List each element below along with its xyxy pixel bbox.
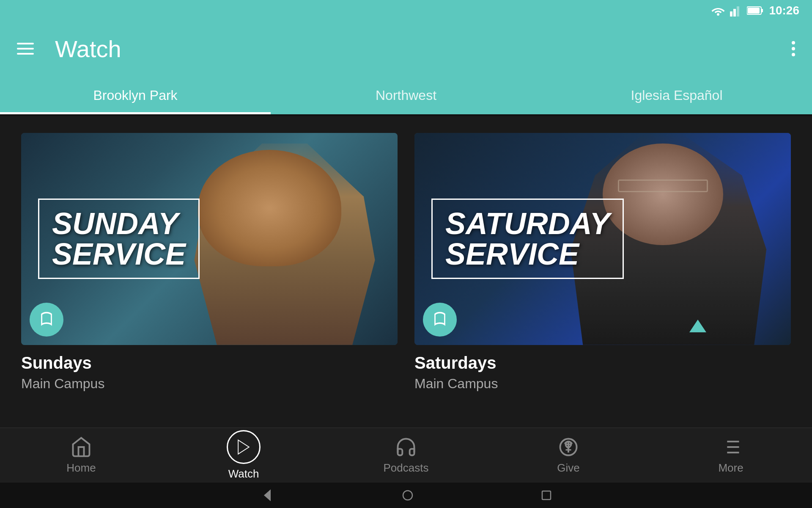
status-time: 10:26 bbox=[769, 4, 799, 17]
nav-item-more[interactable]: More bbox=[650, 428, 812, 483]
list-icon bbox=[720, 436, 742, 458]
nav-item-home[interactable]: Home bbox=[0, 428, 162, 483]
toolbar: Watch bbox=[0, 21, 812, 76]
sunday-card-info: Sundays Main Campus bbox=[21, 345, 398, 392]
nav-label-give: Give bbox=[557, 461, 579, 475]
saturday-service-card[interactable]: SATURDAYSERVICE Saturdays Main Campus bbox=[414, 133, 791, 428]
nav-item-give[interactable]: Give bbox=[487, 428, 650, 483]
sunday-card-title: Sundays bbox=[21, 353, 398, 373]
saturday-service-label: SATURDAYSERVICE bbox=[431, 199, 624, 279]
book-icon-badge-saturday bbox=[423, 303, 457, 337]
system-nav-bar bbox=[0, 483, 812, 508]
overflow-menu-button[interactable] bbox=[792, 41, 795, 56]
svg-rect-5 bbox=[761, 9, 763, 12]
play-icon-inner bbox=[234, 438, 253, 456]
glasses-saturday bbox=[618, 179, 708, 192]
svg-rect-2 bbox=[733, 9, 736, 17]
play-icon bbox=[227, 430, 261, 464]
sunday-service-card[interactable]: SUNDAYSERVICE Sundays Main Campus bbox=[21, 133, 398, 428]
status-icons: 10:26 bbox=[711, 4, 799, 17]
main-content: SUNDAYSERVICE Sundays Main Campus bbox=[0, 116, 812, 444]
nav-label-home: Home bbox=[66, 461, 96, 475]
tab-brooklyn-park[interactable]: Brooklyn Park bbox=[0, 76, 271, 114]
progress-indicator-saturday bbox=[689, 320, 706, 332]
tab-iglesia[interactable]: Iglesia Español bbox=[541, 76, 812, 114]
bottom-nav: Home Watch Podcasts bbox=[0, 428, 812, 483]
saturday-thumbnail: SATURDAYSERVICE bbox=[414, 133, 791, 345]
svg-rect-6 bbox=[748, 8, 760, 14]
toolbar-title: Watch bbox=[55, 35, 792, 63]
nav-label-watch: Watch bbox=[228, 467, 259, 480]
tab-northwest[interactable]: Northwest bbox=[271, 76, 541, 114]
saturday-card-subtitle: Main Campus bbox=[414, 376, 791, 392]
hamburger-menu-button[interactable] bbox=[17, 43, 34, 55]
nav-item-watch[interactable]: Watch bbox=[162, 428, 325, 483]
book-icon-badge-sunday bbox=[30, 303, 63, 337]
saturday-card-info: Saturdays Main Campus bbox=[414, 345, 791, 392]
sunday-service-label: SUNDAYSERVICE bbox=[38, 199, 200, 279]
svg-rect-3 bbox=[737, 6, 739, 17]
book-icon bbox=[37, 310, 56, 329]
sunday-thumbnail: SUNDAYSERVICE bbox=[21, 133, 398, 345]
nav-label-podcasts: Podcasts bbox=[384, 461, 429, 475]
face-sunday bbox=[198, 150, 341, 266]
svg-point-0 bbox=[717, 13, 719, 16]
book-icon bbox=[431, 310, 449, 329]
svg-rect-1 bbox=[730, 11, 732, 17]
location-tabs: Brooklyn Park Northwest Iglesia Español bbox=[0, 76, 812, 114]
back-button[interactable] bbox=[260, 488, 275, 503]
signal-icon bbox=[730, 5, 742, 17]
battery-icon bbox=[747, 6, 764, 15]
nav-item-podcasts[interactable]: Podcasts bbox=[325, 428, 487, 483]
home-icon bbox=[70, 436, 92, 458]
recents-button[interactable] bbox=[540, 489, 552, 501]
wifi-icon bbox=[711, 6, 725, 16]
svg-marker-15 bbox=[264, 489, 271, 501]
nav-label-more: More bbox=[718, 461, 743, 475]
give-icon bbox=[557, 436, 579, 458]
sunday-card-subtitle: Main Campus bbox=[21, 376, 398, 392]
headphones-icon bbox=[395, 436, 417, 458]
svg-marker-7 bbox=[238, 440, 249, 454]
svg-rect-17 bbox=[542, 491, 551, 500]
svg-point-16 bbox=[403, 491, 412, 500]
home-button[interactable] bbox=[402, 489, 414, 501]
saturday-card-title: Saturdays bbox=[414, 353, 791, 373]
status-bar: 10:26 bbox=[0, 0, 812, 21]
